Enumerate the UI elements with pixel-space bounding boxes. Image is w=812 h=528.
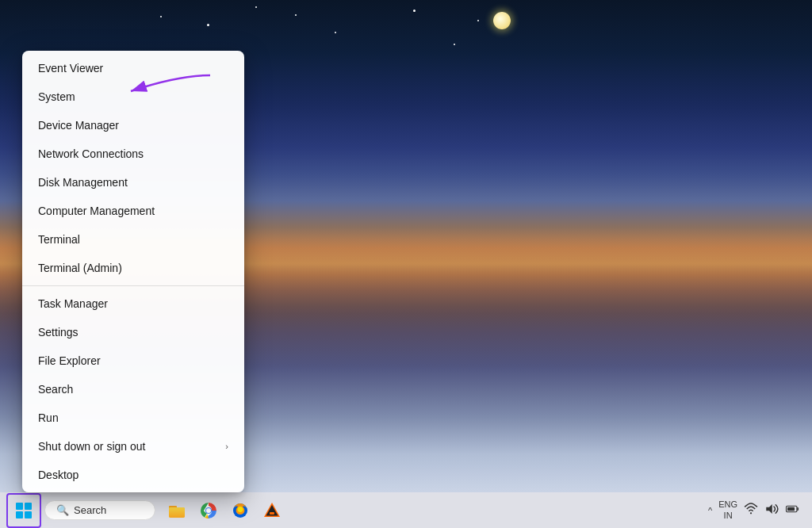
menu-item-label-event-viewer: Event Viewer: [38, 62, 103, 75]
menu-item-network-connections[interactable]: Network Connections: [22, 140, 244, 168]
svg-point-6: [206, 508, 211, 513]
star: [255, 6, 257, 8]
menu-item-terminal[interactable]: Terminal: [22, 225, 244, 254]
win-logo-tl: [16, 503, 23, 510]
tray-expand-chevron[interactable]: ^: [708, 506, 712, 515]
taskbar-apps: [162, 495, 287, 526]
tray-locale[interactable]: ENG IN: [718, 499, 737, 520]
star: [295, 14, 297, 16]
svg-point-9: [750, 512, 752, 514]
svg-rect-3: [169, 507, 185, 518]
battery-icon[interactable]: [785, 502, 799, 519]
win-logo-tr: [25, 503, 32, 510]
taskbar-app-vlc[interactable]: [257, 495, 287, 526]
menu-item-label-run: Run: [38, 411, 59, 424]
menu-item-computer-management[interactable]: Computer Management: [22, 197, 244, 225]
moon: [493, 12, 511, 29]
menu-item-label-settings: Settings: [38, 326, 79, 339]
menu-item-device-manager[interactable]: Device Manager: [22, 111, 244, 140]
star: [413, 10, 416, 12]
menu-item-event-viewer[interactable]: Event Viewer: [22, 54, 244, 82]
menu-item-label-terminal: Terminal: [38, 233, 80, 246]
menu-item-task-manager[interactable]: Task Manager: [22, 289, 244, 318]
win-logo-bl: [16, 511, 23, 518]
star: [160, 16, 162, 17]
menu-item-search[interactable]: Search: [22, 375, 244, 404]
menu-item-label-task-manager: Task Manager: [38, 297, 108, 310]
start-button[interactable]: [6, 493, 41, 528]
taskbar-left: 🔍 Search: [6, 493, 708, 528]
win-logo-br: [25, 511, 32, 518]
system-tray: ^ ENG IN: [708, 499, 806, 520]
taskbar-search-bar[interactable]: 🔍 Search: [44, 500, 155, 520]
menu-item-label-system: System: [38, 90, 75, 103]
menu-item-label-terminal-admin: Terminal (Admin): [38, 262, 122, 274]
star: [454, 44, 455, 45]
svg-marker-10: [766, 504, 772, 514]
tray-locale-region: IN: [724, 511, 733, 521]
volume-icon[interactable]: [764, 502, 779, 519]
svg-rect-12: [787, 507, 795, 511]
taskbar-app-firefox[interactable]: [225, 495, 255, 526]
menu-item-label-device-manager: Device Manager: [38, 119, 119, 132]
taskbar-search-label: Search: [74, 504, 106, 516]
menu-item-shutdown-signout[interactable]: Shut down or sign out›: [22, 432, 244, 461]
taskbar-search-icon: 🔍: [56, 504, 69, 516]
tray-locale-lang: ENG: [718, 499, 737, 510]
windows-logo: [16, 503, 32, 518]
star: [207, 24, 209, 26]
menu-item-file-explorer[interactable]: File Explorer: [22, 346, 244, 375]
context-menu: Event ViewerSystemDevice ManagerNetwork …: [22, 51, 244, 492]
desktop: Event ViewerSystemDevice ManagerNetwork …: [0, 0, 812, 528]
taskbar-app-chrome[interactable]: [193, 495, 224, 526]
wifi-icon[interactable]: [744, 502, 758, 519]
menu-item-label-search: Search: [38, 383, 73, 396]
star: [477, 20, 479, 21]
star: [335, 32, 336, 33]
menu-item-disk-management[interactable]: Disk Management: [22, 168, 244, 197]
menu-item-label-shutdown-signout: Shut down or sign out: [38, 440, 145, 453]
svg-rect-8: [270, 512, 274, 515]
menu-item-settings[interactable]: Settings: [22, 318, 244, 346]
taskbar-app-file-explorer[interactable]: [162, 495, 192, 526]
menu-item-desktop[interactable]: Desktop: [22, 461, 244, 489]
menu-item-label-desktop: Desktop: [38, 469, 79, 481]
menu-separator: [22, 285, 244, 286]
menu-item-terminal-admin[interactable]: Terminal (Admin): [22, 254, 244, 282]
menu-item-run[interactable]: Run: [22, 404, 244, 432]
menu-item-label-computer-management: Computer Management: [38, 205, 155, 217]
menu-item-system[interactable]: System: [22, 82, 244, 111]
menu-item-label-file-explorer: File Explorer: [38, 354, 101, 367]
taskbar: 🔍 Search: [0, 492, 812, 528]
menu-item-arrow: ›: [225, 442, 228, 451]
menu-item-label-network-connections: Network Connections: [38, 147, 144, 160]
menu-item-label-disk-management: Disk Management: [38, 176, 128, 189]
